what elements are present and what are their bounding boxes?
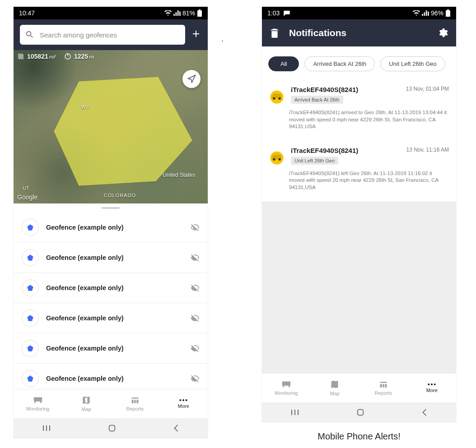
notification-tag: Unit Left 26th Geo <box>291 157 338 165</box>
notification-tag: Arrived Back At 26th <box>291 96 343 104</box>
map-label-ut: UT <box>23 185 29 191</box>
list-item-label: Geofence (example only) <box>46 345 183 352</box>
battery-pct: 96% <box>431 9 443 17</box>
notifications-header: Notifications <box>262 19 456 46</box>
geofence-shape-icon <box>22 279 39 296</box>
visibility-off-icon[interactable] <box>191 374 200 383</box>
area-icon <box>17 53 24 60</box>
drag-handle[interactable] <box>102 207 120 209</box>
list-item[interactable]: Geofence (example only) <box>14 364 208 389</box>
notification-title: iTrackEF4940S(8241) <box>291 147 402 154</box>
svg-marker-3 <box>27 254 33 260</box>
google-logo: Google <box>17 194 37 201</box>
svg-point-14 <box>273 158 275 160</box>
filter-chips: All Arrived Back At 26th Unit Left 26th … <box>262 46 456 80</box>
status-right: 96% <box>413 9 451 17</box>
svg-marker-7 <box>27 375 33 381</box>
chip-arrived[interactable]: Arrived Back At 26th <box>304 56 375 71</box>
svg-marker-5 <box>27 315 33 321</box>
list-item[interactable]: Geofence (example only) <box>14 303 208 333</box>
message-icon <box>283 10 290 16</box>
recents-button[interactable] <box>42 425 51 432</box>
svg-point-8 <box>180 399 182 401</box>
map-label-colorado: COLORADO <box>104 193 136 198</box>
visibility-off-icon[interactable] <box>191 344 200 353</box>
back-button[interactable] <box>421 408 428 416</box>
notifications-screen: 1:03 96% Notifications All Arrive <box>262 7 456 422</box>
bottom-nav: Monitoring Map Reports More <box>14 389 208 418</box>
wifi-icon <box>164 10 172 16</box>
separator-dot: . <box>221 34 224 44</box>
svg-point-13 <box>279 97 281 100</box>
list-item-label: Geofence (example only) <box>46 284 183 291</box>
list-item-label: Geofence (example only) <box>46 224 183 231</box>
list-item-label: Geofence (example only) <box>46 314 183 322</box>
visibility-off-icon[interactable] <box>191 253 200 262</box>
notification-desc: iTrackEF4940S(8241) arrived to Geo 26th.… <box>267 106 449 131</box>
nav-more[interactable]: More <box>408 374 457 402</box>
svg-point-16 <box>428 383 430 385</box>
geofence-polygon <box>14 50 208 203</box>
home-button[interactable] <box>108 424 116 432</box>
status-right: 81% <box>164 9 202 17</box>
navigation-icon <box>187 74 196 83</box>
system-nav <box>14 418 208 438</box>
reports-icon <box>379 380 388 388</box>
gear-icon[interactable] <box>438 28 448 38</box>
search-box[interactable] <box>20 25 185 45</box>
locate-button[interactable] <box>182 70 201 88</box>
nav-map[interactable]: Map <box>62 389 111 418</box>
svg-point-15 <box>279 158 281 160</box>
back-button[interactable] <box>173 424 179 432</box>
map-icon <box>330 380 339 389</box>
map-area[interactable]: 105821mi² 1225mi WY UT COLORADO United S… <box>14 50 208 203</box>
geofence-shape-icon <box>22 370 39 387</box>
battery-pct: 81% <box>182 9 195 17</box>
svg-point-9 <box>182 399 184 401</box>
chip-all[interactable]: All <box>268 56 299 71</box>
battery-icon <box>197 9 202 17</box>
nav-map[interactable]: Map <box>311 374 359 402</box>
map-icon <box>82 396 91 405</box>
visibility-off-icon[interactable] <box>191 314 200 323</box>
list-item[interactable]: Geofence (example only) <box>14 212 208 243</box>
search-icon <box>25 30 34 39</box>
list-item[interactable]: Geofence (example only) <box>14 243 208 273</box>
nav-more[interactable]: More <box>159 389 208 418</box>
list-item[interactable]: Geofence (example only) <box>14 333 208 364</box>
search-input[interactable] <box>39 31 180 39</box>
caption-perimeter: Perimeter Fence (Polygon,Circle,Square,L… <box>41 446 180 448</box>
more-icon <box>427 383 436 386</box>
geofence-shape-icon <box>22 219 39 236</box>
notification-card[interactable]: iTrackEF4940S(8241) Unit Left 26th Geo 1… <box>262 141 456 197</box>
visibility-off-icon[interactable] <box>191 223 200 232</box>
nav-reports[interactable]: Reports <box>111 389 159 418</box>
visibility-off-icon[interactable] <box>191 283 200 292</box>
bus-icon <box>33 396 43 404</box>
trash-icon[interactable] <box>270 28 279 38</box>
notification-card[interactable]: iTrackEF4940S(8241) Arrived Back At 26th… <box>262 80 456 136</box>
nav-reports[interactable]: Reports <box>359 374 408 402</box>
svg-marker-2 <box>27 224 33 230</box>
geofence-list[interactable]: Geofence (example only) Geofence (exampl… <box>14 212 208 389</box>
home-button[interactable] <box>356 408 364 416</box>
list-item-label: Geofence (example only) <box>46 254 183 261</box>
nav-monitoring[interactable]: Monitoring <box>14 389 62 418</box>
signal-icon <box>422 10 429 16</box>
chip-left[interactable]: Unit Left 26th Geo <box>380 56 445 71</box>
notification-title: iTrackEF4940S(8241) <box>291 86 401 93</box>
svg-point-12 <box>273 97 275 100</box>
caption-alerts: Mobile Phone Alerts! <box>317 430 400 443</box>
signal-icon <box>173 10 181 16</box>
geofence-shape-icon <box>22 340 39 357</box>
perimeter-fence-screen: 10:47 81% <box>14 7 208 438</box>
nav-monitoring[interactable]: Monitoring <box>262 374 311 402</box>
notification-time: 13 Nov, 01:04 PM <box>406 86 449 92</box>
map-label-us: United States <box>163 172 195 178</box>
svg-marker-1 <box>54 77 192 185</box>
map-stats: 105821mi² 1225mi <box>17 53 94 60</box>
recents-button[interactable] <box>290 409 299 416</box>
svg-marker-4 <box>27 285 33 291</box>
add-geofence-button[interactable] <box>191 28 201 41</box>
list-item[interactable]: Geofence (example only) <box>14 273 208 303</box>
